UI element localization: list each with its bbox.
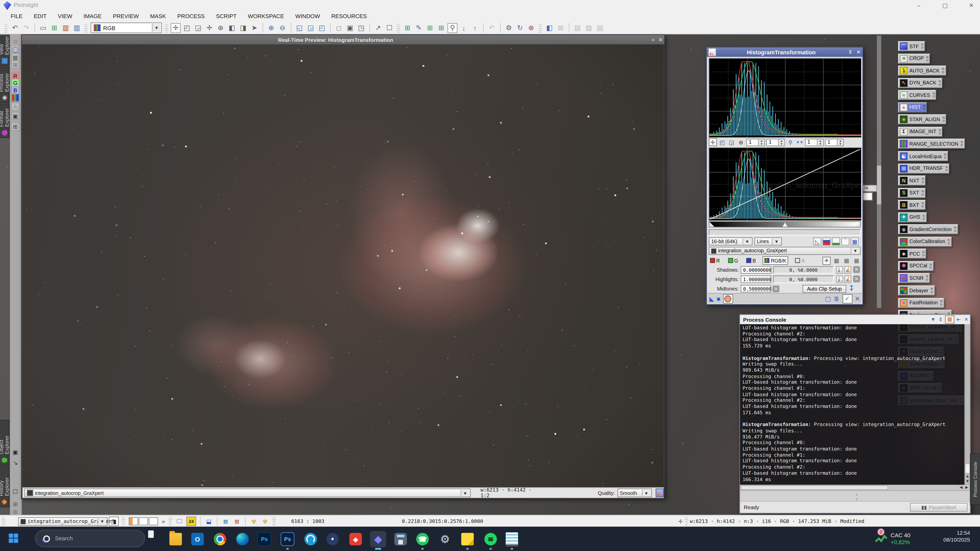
diagonal-arrow-icon[interactable]: ↘: [11, 459, 19, 467]
close-window-icon[interactable]: ⊠: [221, 517, 230, 526]
start-button[interactable]: [9, 534, 19, 543]
channel-button-b[interactable]: B: [745, 257, 757, 264]
zoom-contract-icon[interactable]: ◲: [728, 138, 736, 146]
process-settings-icon[interactable]: ⚙: [504, 23, 514, 33]
mask-enable-icon[interactable]: ▨: [584, 23, 593, 33]
chevron-down-icon[interactable]: ▼: [152, 24, 161, 32]
duplicate-image-icon[interactable]: ⊞: [49, 23, 59, 33]
process-icon-fastrotation[interactable]: ●FastRotationND: [898, 298, 944, 308]
drag-handle[interactable]: [84, 23, 88, 33]
grid-toggle-icon[interactable]: ▦: [851, 238, 859, 246]
whatsapp-icon[interactable]: ☎: [414, 531, 431, 548]
edit-identifier-icon[interactable]: ▭: [38, 23, 48, 33]
auto-clip-setup-button[interactable]: Auto Clip Setup: [802, 285, 846, 293]
vertical-zoom-spinner[interactable]: 1▲▼: [766, 138, 785, 146]
zoom-out-icon[interactable]: ⊖: [277, 23, 287, 33]
scroll-up-icon[interactable]: ▲: [965, 474, 970, 478]
menu-process[interactable]: PROCESS: [172, 11, 210, 22]
spin-down-icon[interactable]: ▼: [838, 142, 843, 145]
param-value-1[interactable]: 1.00000000: [741, 275, 771, 283]
drag-handle[interactable]: [397, 23, 400, 33]
camera-icon[interactable]: ▣: [11, 112, 19, 120]
shadows-midtones-highlights-slider[interactable]: [709, 221, 861, 227]
shrink-window-icon[interactable]: ◳: [356, 23, 366, 33]
grid-dark-icon[interactable]: ▦: [832, 256, 841, 265]
horizontal-zoom-spinner[interactable]: 1▲▼: [746, 138, 765, 146]
expand-window-icon[interactable]: ↗: [373, 23, 383, 33]
console-titlebar[interactable]: Process Console ▼ ⇕ ⇤ ✕: [740, 315, 970, 324]
screen-icon[interactable]: 🖵: [175, 517, 184, 526]
file-explorer-icon[interactable]: [167, 531, 184, 548]
prev-mode-icon[interactable]: ◧: [227, 23, 237, 33]
clone-preview-icon[interactable]: ⊞: [425, 23, 435, 33]
spin-up-icon[interactable]: ▲: [838, 139, 843, 142]
maximize-window-icon[interactable]: ☐: [384, 23, 394, 33]
param-value-0[interactable]: 0.00000000: [741, 266, 771, 273]
menu-window[interactable]: WINDOW: [290, 11, 326, 22]
plot-style-selector[interactable]: Lines▼: [754, 238, 782, 246]
process-icon-bxt[interactable]: BBXTND: [898, 200, 925, 210]
scrollbar-thumb[interactable]: [877, 165, 881, 204]
chevron-down-icon[interactable]: ▼: [851, 248, 859, 254]
preview-view-selector[interactable]: integration_autocrop_GraXpert ▼: [24, 489, 471, 497]
browse-documentation-icon[interactable]: ▢: [825, 295, 831, 302]
pan-icon[interactable]: ✛: [678, 518, 682, 524]
mask-off-icon[interactable]: ⊠: [555, 23, 566, 33]
drag-handle[interactable]: [169, 517, 172, 526]
readout-mode-icon[interactable]: ⊕: [216, 23, 226, 33]
drag-handle[interactable]: [272, 517, 275, 526]
sidebar-tab-view-explorer[interactable]: View Explorer: [0, 36, 10, 66]
add-preview-icon[interactable]: ⊞: [436, 23, 446, 33]
zoom-expand-icon[interactable]: ◰: [718, 138, 726, 146]
view-shrink-icon[interactable]: ◲: [193, 23, 203, 33]
process-icon-gradientcorrection[interactable]: ◈GradientCorrectionND: [898, 224, 958, 234]
chevron-down-icon[interactable]: ▼: [97, 518, 106, 524]
shadows-marker[interactable]: [710, 222, 714, 227]
notepad-icon[interactable]: [504, 531, 520, 548]
taskbar-search[interactable]: Search: [35, 530, 145, 548]
console-close-icon[interactable]: ✕: [963, 317, 970, 322]
reset-dialog-icon[interactable]: ✕: [855, 295, 860, 302]
channel-b-icon[interactable]: B: [11, 86, 19, 94]
radiation-warning-icon[interactable]: ☢: [249, 517, 258, 526]
midtones-marker[interactable]: [782, 222, 788, 227]
process-icon-auto-back[interactable]: ⤵AUTO_BACKND: [898, 65, 946, 76]
process-icon-ghs[interactable]: ✦GHSND: [898, 212, 927, 222]
mask-invert-icon[interactable]: ▨: [573, 23, 582, 33]
grid-light-icon[interactable]: ▦: [853, 256, 861, 265]
clip-high-icon[interactable]: [845, 266, 851, 273]
channel-g-icon[interactable]: G: [11, 79, 19, 87]
scroll-both-icon[interactable]: ⇕: [937, 317, 944, 322]
expand-icon[interactable]: ☐: [11, 487, 19, 495]
scroll-down-icon[interactable]: ▼: [929, 317, 937, 322]
midtones-reset-icon[interactable]: ✕: [773, 286, 780, 292]
menu-workspace[interactable]: WORKSPACE: [242, 11, 290, 22]
workspace-scrollbar[interactable]: [877, 36, 881, 308]
menu-preview[interactable]: PREVIEW: [107, 11, 145, 22]
transfer-curve-icon[interactable]: ⌒: [841, 238, 850, 246]
menu-file[interactable]: FILE: [5, 11, 28, 22]
scroll-to-peak-icon[interactable]: ▼▼: [796, 138, 804, 146]
rgb-line-histogram-icon[interactable]: [832, 238, 840, 246]
zoom-optimal-icon[interactable]: ◰: [317, 23, 327, 33]
process-icon-scnr[interactable]: ●SCNRND: [898, 273, 930, 283]
windows-2-icon[interactable]: ⊞: [11, 122, 19, 130]
sidebar-tab-object-explorer[interactable]: Object Explorer: [0, 420, 10, 465]
view-circle-icon[interactable]: ◯: [11, 45, 19, 53]
chevron-down-icon[interactable]: ▼: [772, 239, 780, 245]
arrow-left-icon[interactable]: ←: [11, 478, 19, 486]
edge-icon[interactable]: [234, 531, 251, 548]
close-button[interactable]: ✕: [962, 1, 980, 10]
console-pin-button[interactable]: [945, 316, 955, 324]
channel-button-g[interactable]: G: [727, 257, 740, 264]
drag-handle[interactable]: [2, 517, 5, 526]
channel-button-r[interactable]: R: [709, 257, 721, 264]
process-console-dock-tab[interactable]: Process Console: [970, 454, 980, 505]
telescope-app-icon[interactable]: [302, 531, 319, 548]
drag-handle[interactable]: [122, 517, 125, 526]
windows-3-icon[interactable]: ⊞: [11, 500, 19, 508]
photoshop-beta-icon[interactable]: Ps: [280, 531, 296, 548]
statusbar-view-selector[interactable]: integration_autocrop_GraXpert ▼: [18, 517, 107, 526]
clip-low-icon[interactable]: [836, 275, 843, 283]
edit-preview-icon[interactable]: ✎: [414, 23, 424, 33]
